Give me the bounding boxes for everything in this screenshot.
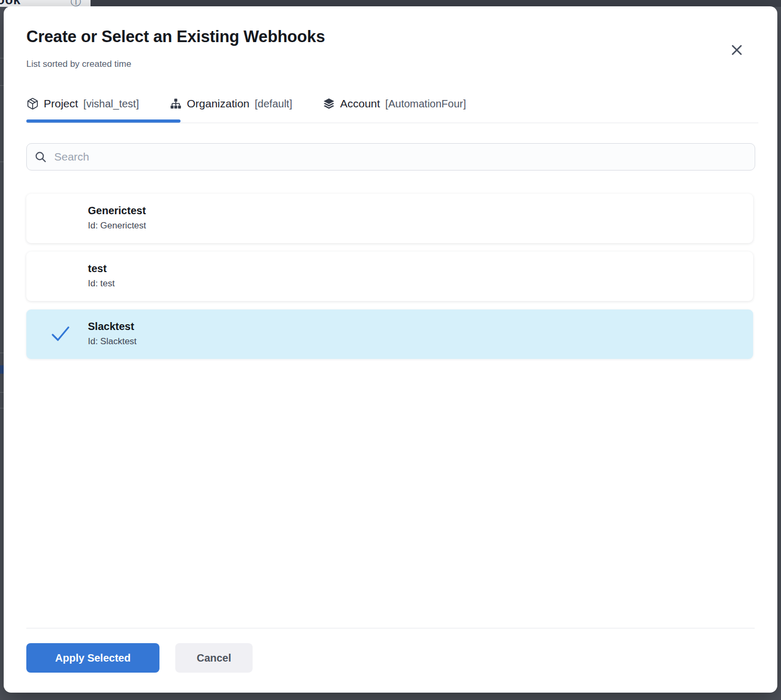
tab-organization-context: [default]	[255, 98, 292, 110]
webhook-name: Generictest	[88, 203, 146, 218]
close-icon	[730, 43, 744, 57]
webhook-id: Id: Generictest	[88, 219, 146, 233]
tab-project[interactable]: Project [vishal_test]	[26, 97, 139, 110]
check-icon	[51, 325, 70, 344]
layers-icon	[323, 97, 335, 110]
tab-organization-label: Organization	[187, 97, 249, 110]
backdrop-divider	[0, 408, 4, 408]
backdrop-divider	[0, 392, 4, 393]
dialog-subtitle: List sorted by created time	[26, 59, 131, 69]
package-icon	[26, 97, 39, 110]
cancel-button[interactable]: Cancel	[175, 643, 253, 673]
tab-account-label: Account	[340, 97, 380, 110]
tab-account-context: [AutomationFour]	[385, 98, 466, 110]
webhook-select-dialog: Create or Select an Existing Webhooks Li…	[4, 6, 777, 693]
scope-tabs: Project [vishal_test] Organization [defa…	[26, 92, 466, 115]
footer-divider	[26, 628, 755, 628]
dialog-title: Create or Select an Existing Webhooks	[26, 27, 325, 46]
tab-account[interactable]: Account [AutomationFour]	[323, 97, 466, 110]
backdrop-divider	[0, 85, 4, 86]
webhook-row-slacktest[interactable]: Slacktest Id: Slacktest	[26, 309, 753, 359]
search-input[interactable]	[54, 151, 747, 163]
tabs-border	[26, 123, 758, 123]
webhook-row-test[interactable]: test Id: test	[26, 252, 753, 301]
tab-organization[interactable]: Organization [default]	[169, 97, 292, 110]
webhook-name: Slacktest	[88, 319, 137, 334]
backdrop-divider	[0, 353, 4, 353]
search-field-container	[26, 143, 755, 171]
backdrop-divider	[0, 58, 4, 58]
webhook-id: Id: Slacktest	[88, 335, 137, 348]
close-button[interactable]	[726, 39, 748, 61]
tab-project-context: [vishal_test]	[83, 98, 139, 110]
webhook-name: test	[88, 261, 115, 276]
search-icon	[34, 151, 47, 163]
tab-project-label: Project	[44, 97, 78, 110]
webhook-row-generictest[interactable]: Generictest Id: Generictest	[26, 194, 753, 243]
apply-selected-button[interactable]: Apply Selected	[26, 643, 159, 673]
backdrop-divider	[0, 162, 4, 162]
sitemap-icon	[169, 97, 182, 110]
active-tab-indicator	[26, 119, 181, 123]
webhook-id: Id: test	[88, 277, 115, 291]
backdrop-accent-fragment	[0, 365, 4, 374]
